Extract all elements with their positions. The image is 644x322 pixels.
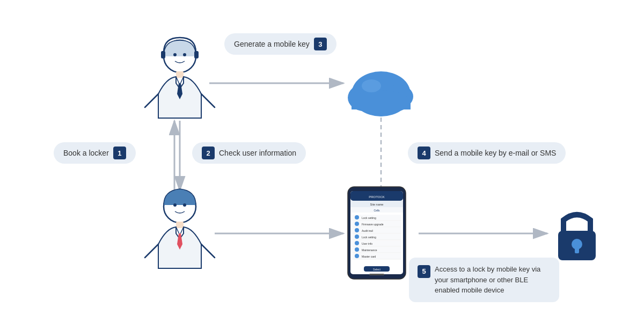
svg-rect-25 (348, 187, 406, 279)
svg-rect-61 (364, 266, 390, 272)
step5-label: Access to a lock by mobile key via your … (435, 264, 551, 296)
step3-label: Generate a mobile key (234, 40, 310, 48)
step1-label: Book a locker (63, 149, 109, 157)
svg-rect-12 (161, 51, 165, 58)
svg-point-21 (383, 85, 413, 108)
step2-label: Check user information (219, 149, 296, 157)
svg-point-22 (352, 90, 411, 114)
svg-point-50 (355, 241, 359, 245)
svg-rect-53 (352, 247, 401, 253)
svg-rect-13 (194, 51, 199, 58)
svg-rect-57 (352, 253, 401, 259)
svg-text:Maintenance: Maintenance (362, 248, 377, 252)
diagram-container: Generate a mobile key 3 Book a locker 1 … (0, 0, 644, 322)
step5-badge: 5 (418, 265, 430, 278)
svg-rect-45 (352, 234, 401, 240)
svg-rect-31 (350, 207, 403, 213)
svg-rect-18 (176, 222, 184, 228)
svg-point-15 (164, 191, 196, 223)
svg-rect-33 (352, 215, 401, 221)
svg-text:Select: Select (373, 268, 381, 271)
svg-text:PROTOCK: PROTOCK (369, 195, 385, 199)
svg-point-20 (348, 84, 380, 111)
step4-label: Send a mobile key by e-mail or SMS (435, 149, 556, 157)
svg-text:User info: User info (362, 242, 372, 245)
step2-badge: 2 (202, 147, 215, 159)
svg-point-24 (362, 79, 381, 92)
svg-point-19 (352, 71, 411, 116)
svg-rect-63 (369, 274, 384, 275)
svg-point-42 (355, 228, 359, 232)
svg-text:Lock setting: Lock setting (362, 216, 376, 219)
step2-bubble: 2 Check user information (192, 142, 306, 164)
step4-badge: 4 (418, 147, 430, 159)
svg-point-9 (164, 40, 196, 72)
svg-text:Audit trail: Audit trail (362, 229, 373, 232)
svg-rect-29 (350, 201, 403, 207)
svg-text:Cells: Cells (374, 209, 380, 212)
step4-bubble: 4 Send a mobile key by e-mail or SMS (408, 142, 566, 164)
svg-point-11 (183, 53, 186, 56)
svg-rect-64 (558, 231, 596, 260)
svg-text:Lock setting: Lock setting (362, 236, 376, 239)
svg-point-34 (355, 215, 359, 219)
svg-rect-37 (352, 221, 401, 227)
svg-rect-66 (575, 247, 579, 253)
svg-rect-23 (352, 98, 411, 109)
step1-bubble: Book a locker 1 (54, 142, 136, 164)
svg-point-10 (173, 53, 177, 56)
step3-bubble: Generate a mobile key 3 (224, 33, 336, 55)
svg-rect-26 (350, 191, 403, 274)
svg-marker-6 (378, 193, 384, 200)
svg-rect-27 (350, 191, 403, 201)
step5-box: 5 Access to a lock by mobile key via you… (409, 258, 559, 302)
svg-point-46 (355, 235, 359, 239)
svg-rect-49 (352, 240, 401, 246)
svg-text:Firmware upgrade: Firmware upgrade (362, 223, 384, 226)
svg-point-65 (572, 239, 582, 250)
svg-point-16 (173, 203, 177, 207)
svg-text:Site name: Site name (370, 203, 384, 206)
step3-badge: 3 (314, 38, 327, 50)
svg-point-17 (183, 203, 186, 207)
svg-rect-41 (352, 228, 401, 233)
svg-rect-14 (176, 71, 184, 78)
svg-point-58 (355, 254, 359, 258)
svg-point-54 (355, 247, 359, 252)
svg-text:Master card: Master card (362, 255, 376, 258)
step1-badge: 1 (113, 147, 126, 159)
svg-point-38 (355, 222, 359, 226)
